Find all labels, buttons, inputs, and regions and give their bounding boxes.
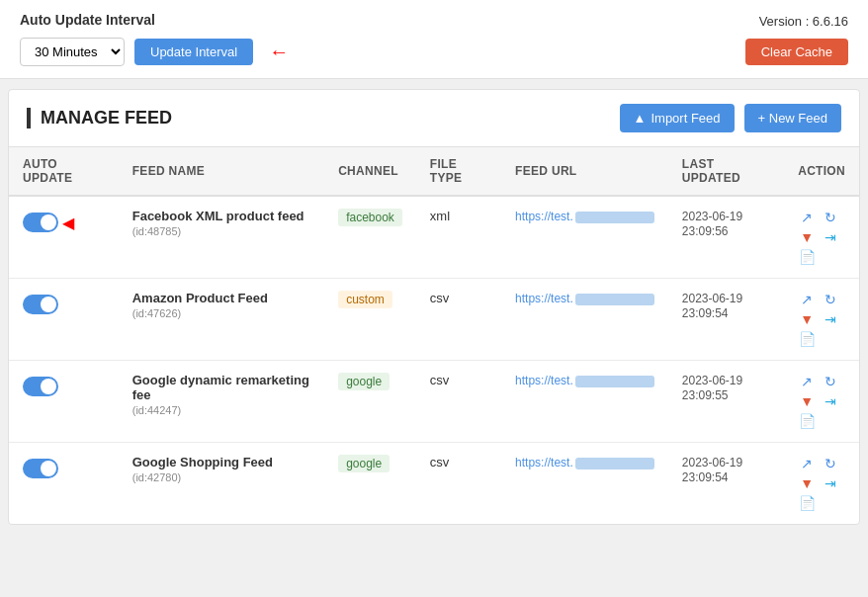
feed-url-cell: https://test.	[501, 443, 668, 525]
download-icon[interactable]: ▼	[798, 392, 816, 410]
last-updated-cell: 2023-06-1923:09:55	[668, 361, 784, 443]
auto-update-toggle[interactable]	[23, 459, 58, 478]
action-icons: ↗ ↻ ▼ ⇥ 📄	[798, 373, 845, 430]
action-cell: ↗ ↻ ▼ ⇥ 📄	[784, 196, 859, 279]
document-icon[interactable]: 📄	[798, 494, 816, 512]
update-interval-button[interactable]: Update Interval	[134, 39, 253, 65]
col-feed-url: FEED URL	[501, 147, 668, 196]
col-feed-name: FEED NAME	[119, 147, 324, 196]
url-blur	[575, 212, 654, 223]
external-link-icon[interactable]: ↗	[798, 291, 816, 308]
action-row-3: 📄	[798, 330, 845, 348]
feed-id: (id:48785)	[132, 225, 310, 237]
table-row: Google dynamic remarketing fee(id:44247)…	[9, 361, 859, 443]
manage-feed-title: MANAGE FEED	[27, 108, 172, 128]
manage-actions: ▲ Import Feed + New Feed	[620, 104, 841, 132]
feed-url[interactable]: https://test.	[515, 210, 654, 223]
action-row-1: ↗ ↻	[798, 455, 845, 472]
top-right: Version : 6.6.16 Clear Cache	[745, 14, 848, 65]
download-icon[interactable]: ▼	[798, 310, 816, 328]
red-arrow-indicator: ◀	[62, 213, 74, 232]
action-row-2: ▼ ⇥	[798, 310, 845, 328]
col-last-updated: LAST UPDATED	[668, 147, 784, 196]
feed-url[interactable]: https://test.	[515, 374, 654, 387]
auto-update-cell	[9, 279, 119, 361]
url-blur	[575, 376, 654, 387]
top-left: Auto Update Interval 30 Minutes 1 Hour 2…	[20, 12, 289, 66]
auto-update-title: Auto Update Interval	[20, 12, 289, 28]
auto-update-toggle[interactable]	[23, 377, 58, 396]
col-action: ACTION	[784, 147, 859, 196]
channel-badge: google	[338, 455, 390, 472]
last-updated-cell: 2023-06-1923:09:54	[668, 443, 784, 525]
feed-tbody: ◀Facebook XML product feed(id:48785)face…	[9, 196, 859, 524]
feed-url-cell: https://test.	[501, 361, 668, 443]
file-type-cell: xml	[416, 196, 501, 279]
feed-url[interactable]: https://test.	[515, 292, 654, 305]
refresh-icon[interactable]: ↻	[822, 373, 839, 390]
download-icon[interactable]: ▼	[798, 228, 816, 246]
feed-name: Amazon Product Feed	[132, 291, 310, 305]
top-panel: Auto Update Interval 30 Minutes 1 Hour 2…	[0, 0, 868, 79]
auto-update-toggle[interactable]	[23, 213, 58, 232]
channel-cell: google	[324, 361, 416, 443]
import-feed-button[interactable]: ▲ Import Feed	[620, 104, 735, 132]
feed-name: Facebook XML product feed	[132, 209, 310, 223]
auto-update-toggle[interactable]	[23, 295, 58, 314]
new-feed-button[interactable]: + New Feed	[744, 104, 841, 132]
feed-id: (id:42780)	[132, 471, 310, 483]
feed-table: AUTO UPDATE FEED NAME CHANNEL FILE TYPE …	[9, 147, 859, 524]
external-link-icon[interactable]: ↗	[798, 373, 816, 390]
table-row: Google Shopping Feed(id:42780)googlecsvh…	[9, 443, 859, 525]
last-updated-value: 2023-06-1923:09:56	[682, 210, 742, 238]
refresh-icon[interactable]: ↻	[822, 455, 839, 472]
document-icon[interactable]: 📄	[798, 412, 816, 430]
feed-name-cell: Amazon Product Feed(id:47626)	[119, 279, 324, 361]
version-text: Version : 6.6.16	[759, 14, 848, 29]
action-row-2: ▼ ⇥	[798, 228, 845, 246]
document-icon[interactable]: 📄	[798, 248, 816, 266]
channel-cell: facebook	[324, 196, 416, 279]
feed-name-cell: Google dynamic remarketing fee(id:44247)	[119, 361, 324, 443]
refresh-icon[interactable]: ↻	[822, 291, 839, 308]
action-row-1: ↗ ↻	[798, 373, 845, 390]
interval-select[interactable]: 30 Minutes 1 Hour 2 Hours 6 Hours 12 Hou…	[20, 38, 125, 66]
external-link-icon[interactable]: ↗	[798, 455, 816, 472]
channel-cell: custom	[324, 279, 416, 361]
export-icon[interactable]: ⇥	[822, 310, 839, 328]
refresh-icon[interactable]: ↻	[822, 209, 839, 226]
last-updated-cell: 2023-06-1923:09:54	[668, 279, 784, 361]
feed-id: (id:44247)	[132, 404, 310, 416]
url-blur	[575, 294, 654, 305]
main-panel: MANAGE FEED ▲ Import Feed + New Feed AUT…	[8, 89, 860, 525]
action-cell: ↗ ↻ ▼ ⇥ 📄	[784, 443, 859, 525]
channel-badge: google	[338, 373, 390, 390]
export-icon[interactable]: ⇥	[822, 228, 839, 246]
external-link-icon[interactable]: ↗	[798, 209, 816, 226]
clear-cache-button[interactable]: Clear Cache	[745, 39, 848, 65]
feed-url[interactable]: https://test.	[515, 456, 654, 469]
last-updated-value: 2023-06-1923:09:55	[682, 374, 742, 402]
action-icons: ↗ ↻ ▼ ⇥ 📄	[798, 291, 845, 348]
channel-cell: google	[324, 443, 416, 525]
export-icon[interactable]: ⇥	[822, 392, 839, 410]
download-icon[interactable]: ▼	[798, 474, 816, 492]
table-row: Amazon Product Feed(id:47626)customcsvht…	[9, 279, 859, 361]
file-type-cell: csv	[416, 443, 501, 525]
col-channel: CHANNEL	[324, 147, 416, 196]
file-type-cell: csv	[416, 361, 501, 443]
auto-update-cell	[9, 443, 119, 525]
feed-name-cell: Google Shopping Feed(id:42780)	[119, 443, 324, 525]
action-row-1: ↗ ↻	[798, 209, 845, 226]
file-type-cell: csv	[416, 279, 501, 361]
last-updated-value: 2023-06-1923:09:54	[682, 456, 742, 484]
feed-url-cell: https://test.	[501, 196, 668, 279]
feed-url-cell: https://test.	[501, 279, 668, 361]
arrow-indicator: ←	[269, 41, 289, 63]
feed-name: Google Shopping Feed	[132, 455, 310, 469]
cloud-upload-icon: ▲	[634, 111, 647, 126]
action-row-1: ↗ ↻	[798, 291, 845, 308]
action-row-3: 📄	[798, 248, 845, 266]
export-icon[interactable]: ⇥	[822, 474, 839, 492]
document-icon[interactable]: 📄	[798, 330, 816, 348]
